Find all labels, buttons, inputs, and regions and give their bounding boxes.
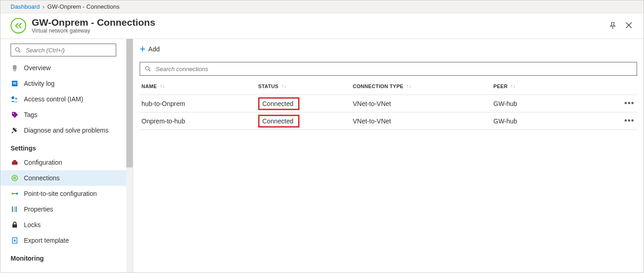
sidebar-item-connections[interactable]: Connections: [0, 170, 133, 186]
breadcrumb-current: GW-Onprem - Connections: [47, 3, 119, 10]
row-actions-icon[interactable]: •••: [624, 116, 634, 126]
add-button[interactable]: + Add: [140, 44, 160, 54]
breadcrumb-root[interactable]: Dashboard: [11, 3, 40, 10]
column-header-name[interactable]: NAME ↑↓: [140, 84, 258, 89]
sidebar-item-overview[interactable]: Overview: [0, 60, 133, 76]
svg-rect-11: [13, 160, 16, 162]
page-header: GW-Onprem - Connections Virtual network …: [0, 13, 644, 39]
add-button-label: Add: [148, 45, 160, 53]
diagnose-icon: [11, 127, 18, 134]
close-icon[interactable]: [625, 22, 633, 30]
p2s-icon: [11, 190, 18, 198]
sidebar-item-label: Diagnose and solve problems: [24, 127, 108, 134]
column-header-type[interactable]: CONNECTION TYPE ↑↓: [353, 84, 493, 89]
svg-rect-15: [12, 206, 13, 212]
properties-icon: [11, 206, 18, 213]
svg-rect-16: [14, 206, 15, 212]
table-header: NAME ↑↓ STATUS ↑↓ CONNECTION TYPE ↑↓ PEE…: [140, 78, 637, 95]
plus-icon: +: [140, 44, 146, 54]
pin-icon[interactable]: [609, 22, 617, 30]
cell-type: VNet-to-VNet: [353, 100, 493, 107]
column-header-peer[interactable]: PEER ↑↓: [493, 84, 607, 89]
sidebar-item-label: Overview: [24, 64, 51, 72]
sidebar-item-label: Connections: [24, 174, 60, 182]
sidebar-item-label: Activity log: [24, 80, 55, 87]
sidebar-item-label: Properties: [24, 206, 53, 213]
sidebar-item-export-template[interactable]: Export template: [0, 233, 133, 248]
breadcrumb-separator: ›: [40, 3, 47, 10]
sidebar-scrollbar[interactable]: [126, 39, 133, 273]
svg-point-8: [12, 113, 13, 114]
sidebar-search[interactable]: [11, 44, 116, 56]
svg-rect-4: [13, 82, 17, 83]
sort-icon: ↑↓: [406, 84, 412, 89]
sidebar-item-access-control[interactable]: Access control (IAM): [0, 91, 133, 107]
sort-icon: ↑↓: [281, 84, 287, 89]
sidebar-item-label: Export template: [24, 237, 69, 244]
search-icon: [15, 47, 21, 53]
sidebar-item-activity-log[interactable]: Activity log: [0, 76, 133, 91]
main-content: + Add NAME ↑↓ STATUS ↑↓: [133, 39, 644, 273]
sidebar-item-label: Point-to-site configuration: [24, 190, 97, 197]
svg-rect-1: [13, 65, 17, 70]
sidebar-section-monitoring: Monitoring: [0, 248, 133, 265]
table-row[interactable]: hub-to-Onprem Connected VNet-to-VNet GW-…: [140, 95, 637, 112]
svg-point-13: [11, 193, 13, 195]
sidebar-item-label: Tags: [24, 111, 38, 118]
svg-point-14: [16, 193, 18, 195]
cell-name: Onprem-to-hub: [140, 117, 258, 125]
connections-table: NAME ↑↓ STATUS ↑↓ CONNECTION TYPE ↑↓ PEE…: [140, 78, 637, 130]
configuration-icon: [11, 159, 18, 167]
sidebar-item-tags[interactable]: Tags: [0, 107, 133, 123]
overview-icon: [11, 64, 18, 72]
toolbar: + Add: [133, 39, 644, 59]
sidebar-item-configuration[interactable]: Configuration: [0, 155, 133, 170]
svg-rect-2: [13, 70, 16, 71]
svg-rect-10: [12, 162, 17, 165]
sidebar: « Overview Activity log Access control (…: [0, 39, 133, 273]
svg-point-7: [15, 97, 17, 100]
sidebar-item-point-to-site[interactable]: Point-to-site configuration: [0, 186, 133, 201]
svg-point-6: [11, 96, 14, 99]
export-icon: [11, 237, 18, 245]
column-header-status[interactable]: STATUS ↑↓: [258, 84, 353, 89]
scrollbar-thumb[interactable]: [126, 39, 133, 167]
row-actions-icon[interactable]: •••: [624, 99, 634, 108]
status-badge: Connected: [258, 97, 299, 110]
cell-name: hub-to-Onprem: [140, 100, 258, 107]
resource-icon: [11, 18, 26, 33]
cell-type: VNet-to-VNet: [353, 117, 493, 125]
page-subtitle: Virtual network gateway: [32, 28, 155, 34]
cell-status: Connected: [258, 115, 353, 128]
svg-rect-18: [12, 224, 17, 228]
cell-peer: GW-hub: [493, 100, 607, 107]
table-row[interactable]: Onprem-to-hub Connected VNet-to-VNet GW-…: [140, 112, 637, 130]
iam-icon: [11, 95, 18, 103]
filter-search-input[interactable]: [155, 65, 632, 73]
sidebar-item-label: Access control (IAM): [24, 95, 83, 103]
filter-search[interactable]: [140, 62, 637, 76]
locks-icon: [11, 221, 18, 229]
status-badge: Connected: [258, 115, 299, 128]
tag-icon: [11, 111, 18, 119]
sidebar-item-properties[interactable]: Properties: [0, 201, 133, 217]
sidebar-item-label: Locks: [24, 221, 41, 228]
sidebar-section-settings: Settings: [0, 138, 133, 155]
search-icon: [145, 66, 151, 72]
sort-icon: ↑↓: [160, 84, 165, 89]
svg-point-9: [16, 128, 17, 129]
svg-point-20: [146, 67, 149, 70]
cell-peer: GW-hub: [493, 117, 607, 125]
svg-rect-17: [16, 206, 17, 212]
connections-icon: [11, 174, 18, 182]
sort-icon: ↑↓: [510, 84, 516, 89]
breadcrumb: Dashboard › GW-Onprem - Connections: [0, 0, 644, 13]
page-title: GW-Onprem - Connections: [32, 17, 155, 28]
svg-rect-5: [13, 84, 17, 84]
sidebar-item-label: Configuration: [24, 159, 62, 166]
sidebar-item-locks[interactable]: Locks: [0, 217, 133, 233]
sidebar-item-diagnose[interactable]: Diagnose and solve problems: [0, 123, 133, 138]
activity-log-icon: [11, 80, 18, 88]
sidebar-search-input[interactable]: [25, 46, 112, 54]
svg-point-0: [16, 48, 19, 51]
